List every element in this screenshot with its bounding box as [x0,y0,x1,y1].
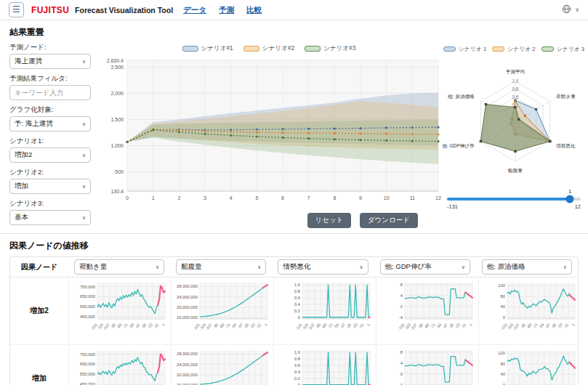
chevron-down-icon: ∨ [563,264,567,270]
svg-text:0: 0 [400,304,403,309]
scenario2-select[interactable]: 増加∨ [9,179,91,194]
svg-text:0.6: 0.6 [512,94,519,100]
sparkline-zouka2-oil: 12080400-131-119-107-95-83-71-59-47-35-2… [478,277,581,344]
main-chart-area: シナリオ#1 シナリオ#2 シナリオ#3 2,630.42,5002,0001,… [95,43,443,230]
forecast-node-select[interactable]: 海上運賃∨ [9,54,91,69]
svg-text:120: 120 [498,351,505,355]
svg-text:0.2: 0.2 [294,309,300,313]
svg-text:-11: -11 [460,323,467,329]
svg-text:1: 1 [161,323,166,327]
download-button[interactable]: ダウンロード [360,213,418,228]
main-nav: データ 予測 比較 [183,5,262,15]
sparkline-zouka-fleet: 28,000,00024,000,00020,000,00016,000,000… [171,345,273,385]
sparkline-zouka2-situation: 1.00.80.60.40.20-131-119-107-95-83-71-59… [273,277,376,344]
svg-text:2,000: 2,000 [110,91,124,96]
svg-text:3: 3 [204,195,206,200]
sparkline-zouka-situation: 1.00.80.60.40.20-131-119-107-95-83-71-59… [273,345,376,385]
main-chart-legend: シナリオ#1 シナリオ#2 シナリオ#3 [95,43,443,54]
chevron-down-icon: ∨ [82,215,86,221]
svg-text:24,000,000: 24,000,000 [177,295,198,299]
svg-text:4: 4 [400,361,403,365]
user-menu-chevron-icon[interactable]: ∨ [575,7,579,13]
causal-row-zouka: 増加 750,000650,000550,000450,000-131-119-… [10,345,578,385]
chevron-down-icon: ∨ [82,59,86,65]
causal-col-select-1[interactable]: 船腹量∨ [176,259,266,275]
radar-legend-swatch-3 [541,46,554,52]
graph-target-label: グラフ化対象: [9,105,91,115]
svg-text:1: 1 [468,323,473,327]
causal-section-title: 因果ノードの値推移 [9,240,579,252]
slider-track[interactable] [447,198,581,200]
sparkline-zouka-cargo: 750,000650,000550,000450,000-131-119-107… [68,345,171,385]
svg-text:80: 80 [501,294,505,299]
svg-text:-4: -4 [399,315,403,320]
slider-handle[interactable] [566,195,574,203]
svg-text:10: 10 [384,195,390,200]
svg-text:0.6: 0.6 [294,296,300,300]
svg-text:予測平均: 予測平均 [506,69,525,75]
sparkline-zouka2-fleet: 28,000,00024,000,00020,000,00016,000,000… [171,277,273,344]
slider-value: 1 [568,188,571,195]
svg-text:650,000: 650,000 [80,362,95,366]
chevron-down-icon: ∨ [82,184,86,190]
svg-text:2: 2 [177,195,180,200]
svg-text:750,000: 750,000 [80,352,95,357]
radar-chart: 1.00.80.60.40.2予測平均荷動き量情勢悪化船腹量他: GDP伸び率他… [443,54,585,179]
scenario2-label: シナリオ2: [9,168,91,177]
overlay-section-title: 結果重畳 [9,26,579,38]
causal-col-select-0[interactable]: 荷動き量∨ [74,259,164,275]
svg-text:0.8: 0.8 [294,289,300,293]
svg-text:8: 8 [333,195,336,200]
radar-legend: シナリオ 1 シナリオ 2 シナリオ 3 [443,43,585,54]
sparkline-zouka-oil: 12080400-131-119-107-95-83-71-59-47-35-2… [478,345,581,385]
reset-button[interactable]: リセット [307,213,352,228]
sparkline-zouka2-cargo: 750,000650,000550,000450,000-131-119-107… [68,277,171,344]
svg-text:船腹量: 船腹量 [507,168,523,174]
causal-row-zouka2: 増加2 750,000650,000550,000450,000-131-119… [10,277,578,345]
scenario3-select[interactable]: 基本∨ [9,210,91,225]
svg-text:1.0: 1.0 [294,283,300,287]
svg-text:20,000,000: 20,000,000 [177,305,198,309]
radar-legend-swatch-2 [492,46,504,52]
fujitsu-logo: FUJITSU [31,5,69,15]
causal-col-select-4[interactable]: 他: 原油価格∨ [482,259,572,275]
chevron-down-icon: ∨ [82,121,86,127]
chevron-down-icon: ∨ [359,264,363,270]
svg-text:5: 5 [255,195,258,200]
svg-text:1,000: 1,000 [110,143,124,148]
graph-target-select[interactable]: 予: 海上運賃∨ [9,116,91,131]
chevron-down-icon: ∨ [257,264,261,270]
svg-text:1: 1 [263,323,268,327]
causal-col-select-2[interactable]: 情勢悪化∨ [278,259,368,275]
svg-text:550,000: 550,000 [80,372,95,376]
scenario1-select[interactable]: 増加2∨ [9,147,91,163]
svg-text:40: 40 [501,304,505,309]
svg-text:-11: -11 [255,323,262,329]
menu-icon[interactable]: ☰ [9,2,24,17]
result-filter-label: 予測結果フィルタ: [9,74,91,84]
svg-text:1: 1 [152,195,155,200]
svg-text:-11: -11 [153,323,159,329]
row-label: 増加2 [10,306,68,316]
svg-text:4: 4 [230,195,233,200]
sparkline-zouka-gdp: 840-4-131-119-107-95-83-71-59-47-35-23-1… [376,345,478,385]
svg-text:7: 7 [307,195,310,200]
row-label: 増加 [10,373,68,384]
nav-data[interactable]: データ [183,5,206,15]
svg-text:2,630.4: 2,630.4 [107,58,124,63]
chevron-down-icon: ∨ [156,264,159,270]
svg-text:0.8: 0.8 [294,357,300,361]
svg-text:0.6: 0.6 [294,363,300,368]
legend-swatch-scenario3 [305,46,321,52]
svg-text:500: 500 [115,169,124,174]
causal-col-select-3[interactable]: 他: GDP伸び率∨ [380,259,470,275]
nav-forecast[interactable]: 予測 [219,5,234,15]
nav-compare[interactable]: 比較 [246,5,262,15]
svg-text:1: 1 [366,323,371,327]
user-globe-icon[interactable] [562,4,571,17]
svg-text:450,000: 450,000 [80,382,95,385]
result-filter-input[interactable] [9,85,91,100]
causal-table: 因果ノード 荷動き量∨ 船腹量∨ 情勢悪化∨ 他: GDP伸び率∨ 他: 原油価… [9,256,579,385]
svg-text:0: 0 [400,372,403,376]
causal-header-row: 因果ノード 荷動き量∨ 船腹量∨ 情勢悪化∨ 他: GDP伸び率∨ 他: 原油価… [10,257,578,277]
